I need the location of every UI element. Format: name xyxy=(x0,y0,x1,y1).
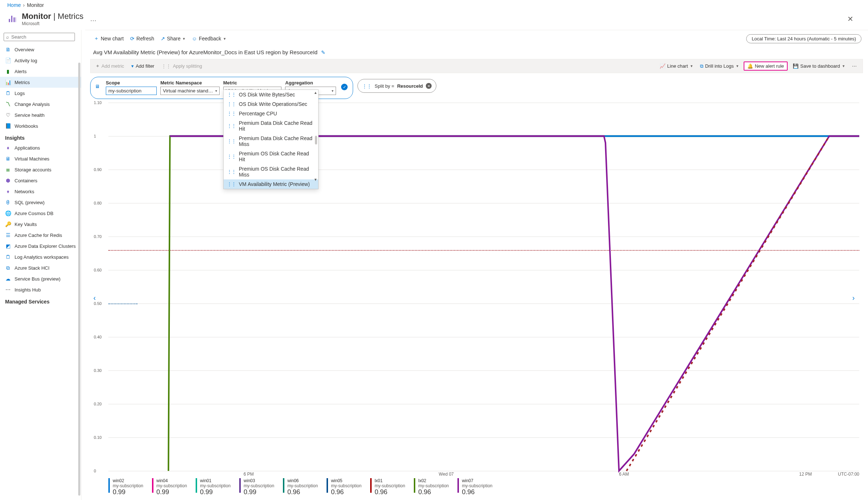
sidebar-item-workbooks[interactable]: 📘Workbooks xyxy=(0,120,81,131)
nav-label: Insights Hub xyxy=(15,287,41,293)
chevron-down-icon: ▾ xyxy=(183,36,185,41)
legend-item[interactable]: win04 my-subscription 0.99 xyxy=(152,478,187,496)
new-chart-button[interactable]: ＋New chart xyxy=(92,34,126,43)
scope-selector[interactable]: my-subscription xyxy=(106,87,157,95)
search-box[interactable]: ⌕ xyxy=(4,33,75,41)
sidebar-item-applications[interactable]: ♦Applications xyxy=(0,142,81,153)
metric-option[interactable]: ⋮⋮Premium OS Disk Cache Read Hit xyxy=(224,149,318,164)
scrollbar-handle[interactable] xyxy=(315,136,317,144)
sidebar-item-azure-cache-for-redis[interactable]: ☰Azure Cache for Redis xyxy=(0,230,81,241)
legend-sub: my-subscription xyxy=(156,483,187,488)
nav-label: Workbooks xyxy=(15,123,38,129)
chart-legend: win02 my-subscription 0.99 win04 my-subs… xyxy=(108,478,859,496)
breadcrumb-home[interactable]: Home xyxy=(7,2,21,8)
x-tick-label: 12 PM xyxy=(799,472,812,477)
new-alert-rule-button[interactable]: 🔔New alert rule xyxy=(744,61,788,71)
metric-option[interactable]: ⋮⋮Premium Data Disk Cache Read Miss xyxy=(224,134,318,149)
legend-item[interactable]: lx01 my-subscription 0.96 xyxy=(370,478,405,496)
split-by-pill[interactable]: ⋮⋮ Split by = ResourceId ✕ xyxy=(357,79,436,93)
search-input[interactable] xyxy=(11,34,72,40)
nav-label: Networks xyxy=(15,189,34,194)
y-tick-label: 1.10 xyxy=(94,100,101,105)
y-tick-label: 0.70 xyxy=(94,234,101,239)
chevron-down-icon: ▾ xyxy=(215,89,217,93)
legend-item[interactable]: lx02 my-subscription 0.96 xyxy=(414,478,449,496)
legend-value: 0.96 xyxy=(375,488,405,496)
feedback-button[interactable]: ☺Feedback▾ xyxy=(189,34,228,43)
add-metric-button[interactable]: ✦Add metric xyxy=(93,62,126,70)
sidebar-item-change-analysis[interactable]: 〽Change Analysis xyxy=(0,99,81,110)
title-more-icon[interactable]: … xyxy=(88,15,99,23)
save-icon: 💾 xyxy=(793,63,799,69)
legend-sub: my-subscription xyxy=(287,483,318,488)
sidebar-item-metrics[interactable]: 📊Metrics xyxy=(0,77,81,88)
sidebar-item-sql-preview-[interactable]: 🛢SQL (preview) xyxy=(0,197,81,208)
sidebar-item-key-vaults[interactable]: 🔑Key Vaults xyxy=(0,219,81,230)
page-title: Monitor | Metrics xyxy=(22,12,84,21)
sidebar-item-log-analytics-workspaces[interactable]: 🗒Log Analytics workspaces xyxy=(0,251,81,262)
share-button[interactable]: ↗Share▾ xyxy=(159,34,187,43)
filter-icon: ▾ xyxy=(131,63,134,69)
sidebar-item-azure-data-explorer-clusters[interactable]: ◩Azure Data Explorer Clusters xyxy=(0,241,81,251)
namespace-selector[interactable]: Virtual machine stand…▾ xyxy=(160,87,220,95)
legend-item[interactable]: win07 my-subscription 0.96 xyxy=(457,478,492,496)
metric-option[interactable]: ⋮⋮Premium OS Disk Cache Read Miss xyxy=(224,164,318,179)
nav-label: SQL (preview) xyxy=(15,200,45,205)
sidebar-item-virtual-machines[interactable]: 🖥Virtual Machines xyxy=(0,153,81,164)
legend-item[interactable]: win06 my-subscription 0.96 xyxy=(283,478,318,496)
nav-icon: 🛢 xyxy=(5,199,11,205)
chart-type-button[interactable]: 📈Line chart▾ xyxy=(657,62,695,70)
metric-option[interactable]: ⋮⋮Premium Data Disk Cache Read Hit xyxy=(224,118,318,134)
legend-item[interactable]: win01 my-subscription 0.99 xyxy=(196,478,231,496)
sidebar-item-alerts[interactable]: ▮Alerts xyxy=(0,66,81,77)
more-icon[interactable]: ⋯ xyxy=(850,63,860,69)
collapse-sidebar-icon[interactable]: « xyxy=(79,34,81,40)
remove-split-icon[interactable]: ✕ xyxy=(426,83,432,89)
nav-label: Service Bus (preview) xyxy=(15,276,60,282)
scroll-up-icon[interactable]: ▲ xyxy=(314,91,317,95)
legend-sub: my-subscription xyxy=(244,483,274,488)
apply-splitting-button[interactable]: ⋮⋮Apply splitting xyxy=(159,62,204,70)
sidebar-item-containers[interactable]: ⬢Containers xyxy=(0,175,81,186)
namespace-label: Metric Namespace xyxy=(160,80,220,86)
metric-option[interactable]: ⋮⋮OS Disk Write Operations/Sec xyxy=(224,99,318,109)
sidebar-item-overview[interactable]: 🗎Overview xyxy=(0,44,81,55)
sidebar-item-service-health[interactable]: ♡Service health xyxy=(0,110,81,120)
sidebar-item-azure-stack-hci[interactable]: ⧉Azure Stack HCI xyxy=(0,262,81,273)
metric-option[interactable]: ⋮⋮Percentage CPU xyxy=(224,109,318,118)
metric-option[interactable]: ⋮⋮OS Disk Write Bytes/Sec xyxy=(224,90,318,99)
add-filter-button[interactable]: ▾Add filter xyxy=(129,62,156,70)
legend-item[interactable]: win02 my-subscription 0.99 xyxy=(108,478,143,496)
nav-icon: 🖥 xyxy=(5,156,11,162)
metric-option[interactable]: ⋮⋮VM Availability Metric (Preview) xyxy=(224,179,318,189)
sidebar-item-storage-accounts[interactable]: ≣Storage accounts xyxy=(0,164,81,175)
chevron-down-icon: ▾ xyxy=(843,64,845,68)
sidebar-item-networks[interactable]: ♦Networks xyxy=(0,186,81,197)
nav-label: Activity log xyxy=(15,58,37,63)
time-range-selector[interactable]: Local Time: Last 24 hours (Automatic - 5… xyxy=(746,34,861,43)
legend-item[interactable]: win03 my-subscription 0.99 xyxy=(239,478,274,496)
scrollbar[interactable] xyxy=(78,63,80,496)
agg-label: Aggregation xyxy=(285,80,336,86)
sidebar-item-logs[interactable]: 🗒Logs xyxy=(0,88,81,99)
save-dashboard-button[interactable]: 💾Save to dashboard▾ xyxy=(791,62,847,70)
sidebar-item-activity-log[interactable]: 📄Activity log xyxy=(0,55,81,66)
nav-label: Log Analytics workspaces xyxy=(15,254,69,260)
sidebar-item-service-bus-preview-[interactable]: ☁Service Bus (preview) xyxy=(0,273,81,284)
scroll-down-icon[interactable]: ▼ xyxy=(314,178,317,182)
refresh-button[interactable]: ⟳Refresh xyxy=(128,34,156,43)
breadcrumb-current: Monitor xyxy=(27,2,44,8)
drill-logs-button[interactable]: ⧉Drill into Logs▾ xyxy=(698,62,741,70)
legend-sub: my-subscription xyxy=(418,483,449,488)
chart-title: Avg VM Availability Metric (Preview) for… xyxy=(85,47,868,57)
sidebar-item-azure-cosmos-db[interactable]: 🌐Azure Cosmos DB xyxy=(0,208,81,219)
legend-item[interactable]: win05 my-subscription 0.96 xyxy=(327,478,361,496)
metric-dropdown[interactable]: ▲▼ ⋮⋮OS Disk Write Bytes/Sec⋮⋮OS Disk Wr… xyxy=(223,90,319,189)
edit-title-icon[interactable]: ✎ xyxy=(321,49,325,55)
legend-color xyxy=(414,478,415,493)
legend-color xyxy=(283,478,284,493)
config-row: 🖥 Scope my-subscription Metric Namespace… xyxy=(90,77,863,99)
close-icon[interactable]: ✕ xyxy=(840,12,861,26)
sidebar-item-insights-hub[interactable]: ⋯Insights Hub xyxy=(0,284,81,295)
nav-icon: 📄 xyxy=(5,57,11,63)
